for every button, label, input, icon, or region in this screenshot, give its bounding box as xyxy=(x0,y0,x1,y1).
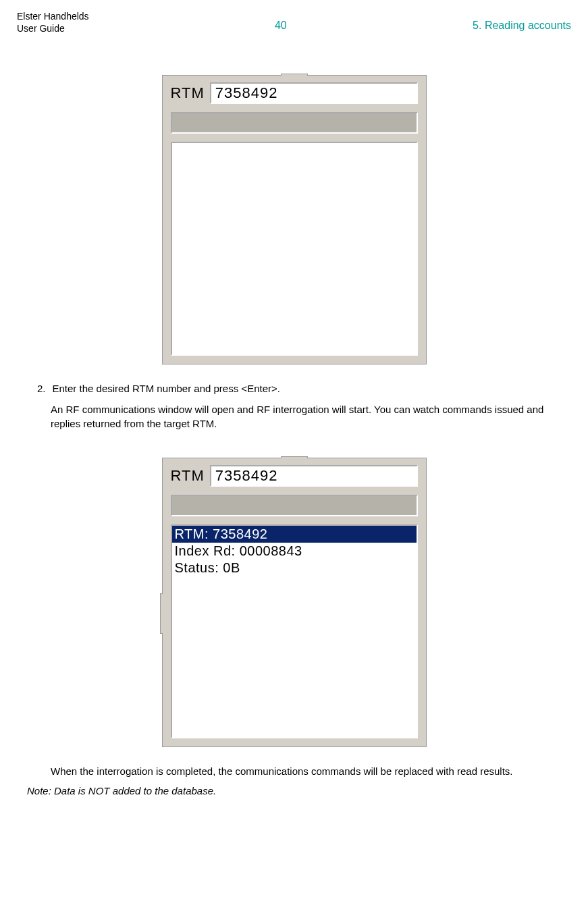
header-left: Elster Handhelds User Guide xyxy=(17,10,89,34)
page-number: 40 xyxy=(275,20,287,32)
rtm-input[interactable] xyxy=(210,82,418,104)
titlebar-notch-icon xyxy=(281,456,308,458)
step-followup: An RF communications window will open an… xyxy=(51,402,544,431)
step-number-label: 2. xyxy=(37,381,46,396)
step-instruction: Enter the desired RTM number and press <… xyxy=(53,381,280,396)
step-2: 2. Enter the desired RTM number and pres… xyxy=(37,381,544,396)
section-title: 5. Reading accounts xyxy=(473,20,571,32)
titlebar-notch-icon xyxy=(281,74,308,76)
rtm-input[interactable] xyxy=(210,465,418,487)
rtm-label: RTM xyxy=(171,84,205,102)
rtm-window-1: RTM xyxy=(162,75,427,364)
screenshot-1: RTM xyxy=(17,75,571,364)
list-item[interactable]: Index Rd: 00008843 xyxy=(172,543,417,560)
list-item[interactable]: Status: 0B xyxy=(172,560,417,576)
status-bar xyxy=(171,495,418,516)
results-list[interactable]: RTM: 7358492Index Rd: 00008843Status: 0B xyxy=(171,524,418,738)
conclusion-text: When the interrogation is completed, the… xyxy=(51,764,544,778)
rtm-window-2: RTM RTM: 7358492Index Rd: 00008843Status… xyxy=(162,458,427,747)
doc-title-line1: Elster Handhelds xyxy=(17,10,89,22)
window-side-tab-icon xyxy=(160,593,163,634)
doc-title-line2: User Guide xyxy=(17,22,89,34)
page-header: Elster Handhelds User Guide 40 5. Readin… xyxy=(17,10,571,34)
rtm-label: RTM xyxy=(171,467,205,485)
results-list[interactable] xyxy=(171,142,418,356)
status-bar xyxy=(171,112,418,134)
screenshot-2: RTM RTM: 7358492Index Rd: 00008843Status… xyxy=(17,458,571,747)
note-text: Note: Data is NOT added to the database. xyxy=(27,785,571,796)
list-item[interactable]: RTM: 7358492 xyxy=(172,526,417,543)
